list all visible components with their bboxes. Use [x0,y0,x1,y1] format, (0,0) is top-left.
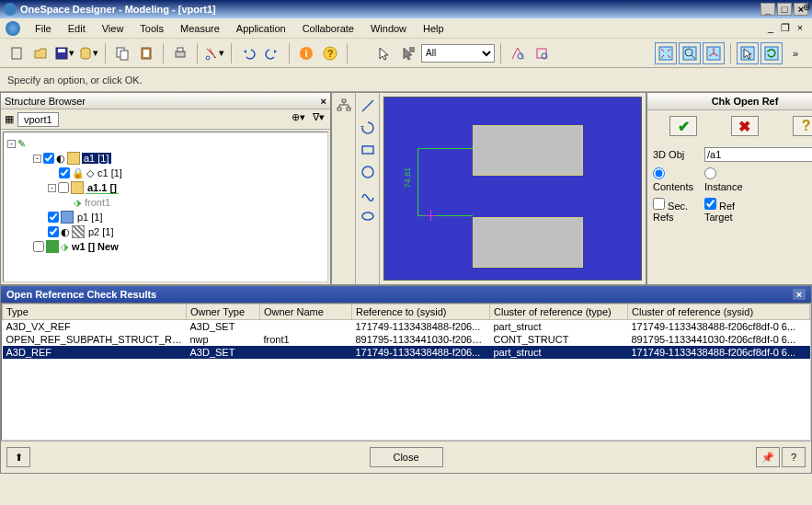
col-owner-type[interactable]: Owner Type [187,304,260,320]
tree-checkbox[interactable] [58,182,69,193]
results-table[interactable]: Type Owner Type Owner Name Reference to … [1,303,811,441]
tree-node-w1[interactable]: w1 [] New [70,241,120,252]
structure-browser-panel: Structure Browser × ▦ vport1 ⊕▾ ∇▾ -✎ -◐… [0,92,331,285]
tree-node-c1[interactable]: c1 [1] [96,167,124,178]
rect-tool-icon[interactable] [359,141,377,159]
mdi-restore-icon[interactable]: ❐ [779,22,792,35]
redo-button[interactable] [261,42,283,64]
tree-checkbox[interactable] [43,153,54,164]
pick-mode1-button[interactable] [507,42,529,64]
checkbox-reftarget[interactable]: Ref Target [704,198,750,223]
col-cluster-sysid[interactable]: Cluster of reference (sysid) [628,304,810,320]
pick-mode2-button[interactable] [531,42,553,64]
tree-node-a11[interactable]: a1.1 [] [86,182,119,194]
maximize-button[interactable]: □ [777,3,792,16]
info-button[interactable]: i [295,42,317,64]
panel-help-button[interactable]: ? [793,116,812,136]
svg-rect-26 [337,108,341,110]
view-select-button[interactable] [737,42,759,64]
toolbar-overflow-button[interactable]: » [784,42,806,64]
structure-browser-close-icon[interactable]: × [321,96,326,107]
view-zoom-button[interactable] [679,42,701,64]
app-menu-icon[interactable] [6,21,20,36]
structure-tree[interactable]: -✎ -◐a1 [1] 🔒◇c1 [1] -a1.1 [] ⬗front1 p1… [3,132,328,282]
col-owner-name[interactable]: Owner Name [260,304,352,320]
menu-view[interactable]: View [95,21,132,36]
ok-button[interactable]: ✔ [669,116,697,136]
viewport-3d[interactable]: 74.61 [383,97,642,281]
table-row[interactable]: OPEN_REF_SUBPATH_STRUCT_RELnwpfront18917… [3,333,810,346]
mdi-close-icon[interactable]: × [794,22,806,35]
col-cluster-type[interactable]: Cluster of reference (type) [490,304,628,320]
tree-node-p1[interactable]: p1 [1] [75,212,105,223]
paste-button[interactable] [135,42,157,64]
tree-checkbox[interactable] [48,226,59,237]
tree-checkbox[interactable] [59,167,70,178]
spline-tool-icon[interactable] [359,185,377,203]
sb-filter-button[interactable]: ∇▾ [310,111,326,128]
panel-pin-icon[interactable]: ⊕ [803,2,810,12]
sb-expand-button[interactable]: ⊕▾ [290,111,306,128]
menu-file[interactable]: File [28,21,59,36]
undo-button[interactable] [237,42,259,64]
radio-contents[interactable]: Contents [653,167,699,192]
main-toolbar: ▾ ▾ ▾ i ? All » [0,39,812,68]
results-close-button[interactable]: Close [370,447,443,467]
svg-rect-9 [177,48,183,52]
pick-filter-combo[interactable]: All [421,44,495,63]
help-button[interactable]: ? [319,42,341,64]
radio-instance[interactable]: Instance [704,167,750,192]
table-row[interactable]: A3D_REFA3D_SET171749-1133438488-f206...p… [3,346,810,359]
save-button[interactable]: ▾ [53,42,75,64]
tree-expander[interactable]: - [48,184,56,192]
col-type[interactable]: Type [3,304,187,320]
menu-application[interactable]: Application [229,21,293,36]
table-row[interactable]: A3D_VX_REFA3D_SET171749-1133438488-f206.… [3,320,810,334]
tree-node-front1[interactable]: front1 [83,197,112,208]
menu-help[interactable]: Help [416,21,452,36]
results-help-button[interactable]: ? [782,447,806,467]
tree-expander[interactable]: - [33,155,41,163]
menu-window[interactable]: Window [363,21,414,36]
view-fit-button[interactable] [655,42,677,64]
tree-checkbox[interactable] [48,212,59,223]
results-close-icon[interactable]: × [793,289,806,300]
copy-button[interactable] [111,42,133,64]
pick-arrow-button[interactable] [373,42,395,64]
command-prompt: Specify an option, or click OK. [0,68,812,92]
tree-node-p2[interactable]: p2 [1] [86,226,116,237]
results-pin-button[interactable]: 📌 [756,447,780,467]
tree-expander[interactable]: - [7,140,16,148]
field-3dobj-input[interactable] [704,147,812,162]
tree-node-a1[interactable]: a1 [1] [82,153,111,164]
rotate-tool-icon[interactable] [359,119,377,137]
print-button[interactable] [169,42,191,64]
cancel-button[interactable]: ✖ [731,116,759,136]
pick-scope-button[interactable] [397,42,419,64]
view-refresh-button[interactable] [761,42,783,64]
circle-tool-icon[interactable] [359,163,377,181]
hierarchy-icon[interactable] [335,97,353,115]
menu-collaborate[interactable]: Collaborate [295,21,361,36]
vport-selector[interactable]: vport1 [17,112,59,127]
tool-cut-button[interactable]: ▾ [203,42,225,64]
tree-checkbox[interactable] [33,241,44,252]
new-button[interactable] [6,42,28,64]
database-button[interactable]: ▾ [77,42,99,64]
col-ref-to[interactable]: Reference to (sysid) [352,304,490,320]
checkbox-secrefs[interactable]: Sec. Refs [653,198,699,223]
minimize-button[interactable]: _ [761,3,775,16]
open-button[interactable] [29,42,51,64]
ellipse-tool-icon[interactable] [359,207,377,225]
view-axes-button[interactable] [703,42,725,64]
menu-edit[interactable]: Edit [61,21,93,36]
menu-tools[interactable]: Tools [132,21,171,36]
results-prev-button[interactable]: ⬆ [6,447,30,467]
titlebar: OneSpace Designer - Modeling - [vport1] … [0,0,812,18]
left-quick-strip [332,93,356,284]
svg-rect-8 [176,52,185,57]
mdi-minimize-icon[interactable]: _ [764,22,777,35]
line-tool-icon[interactable] [359,97,377,115]
dim-line-h1 [417,148,473,149]
menu-measure[interactable]: Measure [173,21,227,36]
